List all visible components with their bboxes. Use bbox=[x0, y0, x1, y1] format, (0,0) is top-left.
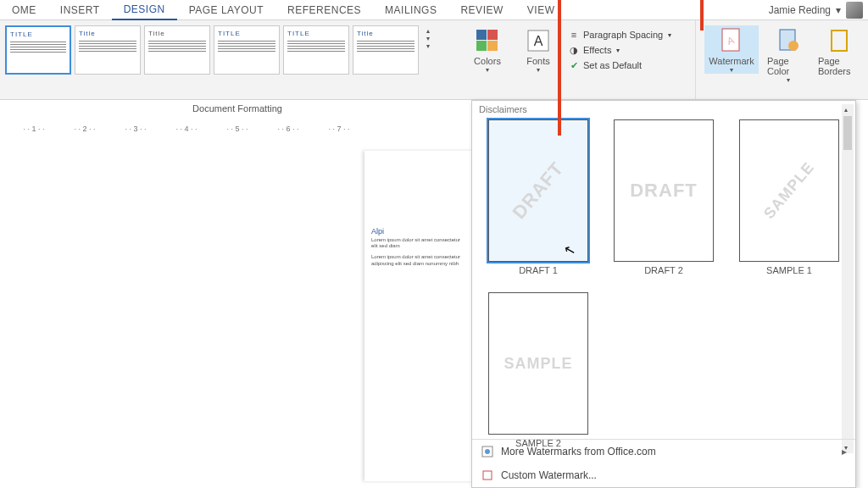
theme-style-1[interactable]: TITLE bbox=[5, 25, 71, 75]
more-watermarks-button[interactable]: More Watermarks from Office.com ▸ bbox=[472, 440, 855, 463]
custom-watermark-icon bbox=[481, 469, 494, 482]
page-borders-button[interactable]: Page Borders bbox=[818, 25, 860, 76]
gallery-caption: Document Formatting bbox=[0, 103, 475, 114]
watermark-grid: DRAFT ↖ DRAFT 1 DRAFT DRAFT 2 SAMPLE SAM… bbox=[472, 118, 855, 450]
watermark-item-draft-1[interactable]: DRAFT ↖ DRAFT 1 bbox=[484, 119, 593, 275]
theme-style-2[interactable]: Title bbox=[75, 25, 141, 75]
tab-home[interactable]: OME bbox=[0, 1, 48, 19]
cursor-icon: ↖ bbox=[562, 241, 576, 260]
gallery-more-icon[interactable]: ▾ bbox=[426, 42, 430, 50]
ribbon-tabs: OME INSERT DESIGN PAGE LAYOUT REFERENCES… bbox=[0, 0, 868, 20]
annotation-line-2 bbox=[700, 0, 704, 30]
colors-icon bbox=[476, 29, 499, 53]
svg-point-9 bbox=[788, 41, 798, 51]
fonts-icon: A bbox=[526, 29, 550, 53]
page-heading: Alpi bbox=[371, 227, 468, 236]
svg-rect-1 bbox=[487, 30, 498, 40]
fonts-button[interactable]: A Fonts ▾ bbox=[517, 25, 559, 74]
paragraph-spacing-icon: ≡ bbox=[568, 29, 580, 41]
annotation-line-1 bbox=[558, 0, 561, 136]
page-body-1: Lorem ipsum dolor sit amet consectetur e… bbox=[371, 237, 468, 249]
theme-style-6[interactable]: Title bbox=[353, 25, 419, 75]
document-area: Document Formatting · · 1 · · · · 2 · · … bbox=[0, 100, 868, 488]
document-page[interactable]: Alpi Lorem ipsum dolor sit amet consecte… bbox=[364, 151, 475, 481]
gallery-up-icon[interactable]: ▴ bbox=[426, 27, 430, 35]
page-color-icon bbox=[776, 29, 800, 53]
checkmark-icon: ✔ bbox=[568, 59, 580, 71]
watermark-label: SAMPLE 1 bbox=[735, 265, 843, 275]
tab-page-layout[interactable]: PAGE LAYOUT bbox=[177, 1, 275, 19]
watermark-thumb: SAMPLE bbox=[488, 292, 588, 435]
gallery-down-icon[interactable]: ▾ bbox=[426, 35, 430, 42]
formatting-options: ≡ Paragraph Spacing ▾ ◑ Effects ▾ ✔ Set … bbox=[568, 25, 687, 71]
svg-rect-0 bbox=[476, 30, 487, 40]
chevron-down-icon: ▾ bbox=[730, 66, 733, 74]
watermark-item-sample-2[interactable]: SAMPLE SAMPLE 2 bbox=[484, 292, 593, 448]
watermark-section-heading: Disclaimers bbox=[472, 101, 855, 118]
svg-text:A: A bbox=[534, 34, 543, 48]
watermark-gallery-panel: Disclaimers DRAFT ↖ DRAFT 1 DRAFT DRAFT … bbox=[471, 100, 856, 488]
horizontal-ruler[interactable]: · · 1 · · · · 2 · · · · 3 · · · · 4 · · … bbox=[8, 122, 373, 136]
scrollbar-thumb[interactable] bbox=[843, 116, 852, 150]
watermark-item-draft-2[interactable]: DRAFT DRAFT 2 bbox=[609, 119, 718, 275]
tab-review[interactable]: REVIEW bbox=[448, 1, 515, 19]
svg-rect-2 bbox=[476, 41, 487, 51]
custom-watermark-button[interactable]: Custom Watermark... bbox=[472, 463, 855, 487]
document-formatting-gallery[interactable]: TITLE Title Title TITLE TITLE Title ▴ ▾ … bbox=[0, 20, 458, 99]
watermark-label: DRAFT 2 bbox=[609, 265, 718, 275]
page-color-button[interactable]: Page Color ▾ bbox=[767, 25, 810, 84]
chevron-down-icon: ▾ bbox=[616, 47, 620, 54]
ribbon: TITLE Title Title TITLE TITLE Title ▴ ▾ … bbox=[0, 20, 868, 100]
theme-style-4[interactable]: TITLE bbox=[214, 25, 280, 75]
theme-style-5[interactable]: TITLE bbox=[283, 25, 349, 75]
watermark-scrollbar[interactable]: ▴ ▾ bbox=[842, 104, 854, 453]
tab-mailings[interactable]: MAILINGS bbox=[373, 1, 448, 19]
office-icon bbox=[481, 445, 494, 458]
page-body-2: Lorem ipsum dolor sit amet consectetur a… bbox=[371, 254, 468, 266]
colors-button[interactable]: Colors ▾ bbox=[466, 25, 509, 74]
watermark-thumb: SAMPLE bbox=[739, 119, 839, 262]
watermark-item-sample-1[interactable]: SAMPLE SAMPLE 1 bbox=[735, 119, 843, 275]
watermark-thumb: DRAFT bbox=[614, 119, 714, 262]
watermark-label: DRAFT 1 bbox=[484, 265, 593, 275]
chevron-right-icon: ▸ bbox=[842, 446, 847, 458]
watermark-button[interactable]: A Watermark ▾ bbox=[704, 25, 759, 74]
svg-rect-13 bbox=[483, 471, 492, 480]
page-background-group: A Watermark ▾ Page Color ▾ Page Borders bbox=[695, 20, 868, 99]
avatar bbox=[846, 2, 863, 19]
scroll-up-icon[interactable]: ▴ bbox=[844, 106, 848, 114]
effects-button[interactable]: ◑ Effects ▾ bbox=[568, 44, 687, 56]
svg-rect-10 bbox=[832, 30, 847, 51]
chevron-down-icon: ▾ bbox=[787, 76, 790, 84]
paragraph-spacing-button[interactable]: ≡ Paragraph Spacing ▾ bbox=[568, 29, 687, 41]
effects-icon: ◑ bbox=[568, 44, 580, 56]
tab-insert[interactable]: INSERT bbox=[48, 1, 112, 19]
user-area[interactable]: Jamie Reding ▾ bbox=[769, 2, 868, 19]
chevron-down-icon: ▾ bbox=[537, 66, 540, 74]
formatting-group: Colors ▾ A Fonts ▾ ≡ Paragraph Spacing ▾… bbox=[458, 20, 695, 99]
gallery-scroll[interactable]: ▴ ▾ ▾ bbox=[422, 25, 434, 52]
watermark-icon: A bbox=[720, 29, 743, 53]
svg-rect-3 bbox=[487, 41, 498, 51]
page-borders-icon bbox=[827, 29, 851, 53]
theme-style-3[interactable]: Title bbox=[144, 25, 210, 75]
set-default-button[interactable]: ✔ Set as Default bbox=[568, 59, 687, 71]
user-name: Jamie Reding bbox=[769, 4, 831, 16]
svg-point-12 bbox=[485, 449, 490, 454]
tab-design[interactable]: DESIGN bbox=[112, 0, 177, 20]
tab-references[interactable]: REFERENCES bbox=[275, 1, 373, 19]
user-dropdown-icon: ▾ bbox=[836, 4, 841, 16]
watermark-footer: More Watermarks from Office.com ▸ Custom… bbox=[472, 439, 855, 487]
chevron-down-icon: ▾ bbox=[668, 31, 671, 39]
watermark-thumb: DRAFT ↖ bbox=[488, 119, 588, 262]
chevron-down-icon: ▾ bbox=[486, 66, 489, 74]
